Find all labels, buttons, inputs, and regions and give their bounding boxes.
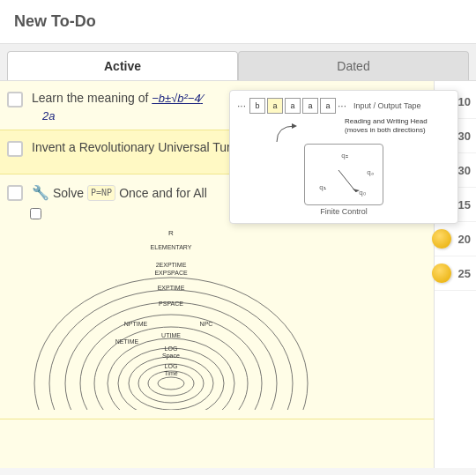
todo-solve-prefix: Solve: [53, 185, 84, 203]
page-header: New To-Do: [0, 0, 476, 44]
finite-control-svg: q₂ qₐ q₁ q₀: [305, 144, 383, 205]
coin-icon-5: [432, 229, 451, 249]
complexity-svg: R ELEMENTARY 2EXPTIME EXPSPACE EXPTIME P…: [30, 225, 312, 410]
pnp-sub-checkbox[interactable]: [30, 208, 41, 219]
finite-control-area: q₂ qₐ q₁ q₀ Finite Control: [237, 144, 450, 216]
popup-arrow-svg: [246, 117, 334, 142]
tape-dots-left: ···: [237, 100, 246, 112]
coin-value-3: 30: [458, 164, 471, 177]
coin-value-5: 20: [458, 233, 471, 246]
tape-cell-a1: a: [267, 98, 283, 114]
coin-item-5: 20: [435, 222, 476, 256]
page-title: New To-Do: [14, 12, 96, 30]
pnp-tag: P=NP: [87, 185, 115, 201]
tape-cell-a3: a: [302, 98, 318, 114]
svg-text:q₁: q₁: [319, 183, 325, 191]
svg-text:EXPSPACE: EXPSPACE: [154, 270, 188, 276]
svg-text:UTIME: UTIME: [161, 332, 181, 338]
svg-text:Time: Time: [164, 370, 177, 376]
todo-solve-suffix: Once and for All: [119, 185, 207, 203]
svg-text:qₐ: qₐ: [367, 168, 373, 176]
svg-text:NETIME: NETIME: [115, 338, 139, 345]
finite-control-box: q₂ qₐ q₁ q₀: [304, 144, 383, 205]
checkbox-2[interactable]: [7, 141, 23, 157]
tab-active[interactable]: Active: [7, 51, 238, 80]
tape-cell-b: b: [249, 98, 265, 114]
svg-point-10: [158, 377, 184, 390]
todo-text-prefix-1: Learn the meaning of: [32, 91, 152, 105]
svg-text:q₂: q₂: [341, 152, 347, 160]
head-label: Reading and Writing Head(moves in both d…: [345, 117, 450, 136]
todo-text-icon-3: 🔧: [32, 183, 49, 203]
checkbox-1[interactable]: [7, 92, 23, 108]
finite-control-label: Finite Control: [320, 207, 368, 216]
content-area: 10 30 30 15 20 25 Learn: [0, 81, 476, 468]
coin-value-1: 10: [458, 95, 471, 108]
tape-label: Input / Output Tape: [353, 101, 420, 110]
svg-text:EXPTIME: EXPTIME: [158, 285, 185, 291]
svg-text:NPTIME: NPTIME: [124, 321, 148, 327]
tape-cell-a4: a: [320, 98, 336, 114]
tape-cell-a2: a: [285, 98, 301, 114]
svg-text:NPC: NPC: [200, 321, 213, 327]
svg-text:LOG: LOG: [165, 345, 178, 352]
tape-dots-right: ···: [338, 100, 346, 112]
tabs-container: Active Dated: [0, 44, 476, 81]
complexity-diagram: R ELEMENTARY 2EXPTIME EXPSPACE EXPTIME P…: [30, 207, 312, 413]
coin-value-4: 15: [458, 198, 471, 212]
svg-text:LOG: LOG: [165, 363, 178, 369]
svg-text:2EXPTIME: 2EXPTIME: [156, 262, 187, 268]
checkbox-3[interactable]: [7, 185, 23, 201]
coin-icon-6: [432, 263, 451, 283]
turing-machine-popup: ··· b a a a a ··· Input / Output Tape Re…: [229, 90, 458, 224]
tab-dated[interactable]: Dated: [238, 51, 469, 80]
svg-text:q₀: q₀: [359, 189, 365, 197]
tape-row: ··· b a a a a ··· Input / Output Tape: [237, 98, 450, 114]
svg-text:Space: Space: [162, 353, 180, 360]
coin-item-6: 25: [435, 256, 476, 291]
svg-point-0: [34, 278, 308, 410]
coin-value-6: 25: [458, 267, 471, 280]
svg-text:ELEMENTARY: ELEMENTARY: [151, 244, 192, 250]
coin-value-2: 30: [458, 130, 471, 143]
popup-arrow-area: Reading and Writing Head(moves in both d…: [246, 117, 450, 142]
svg-text:PSPACE: PSPACE: [159, 301, 183, 307]
svg-text:R: R: [168, 229, 174, 237]
